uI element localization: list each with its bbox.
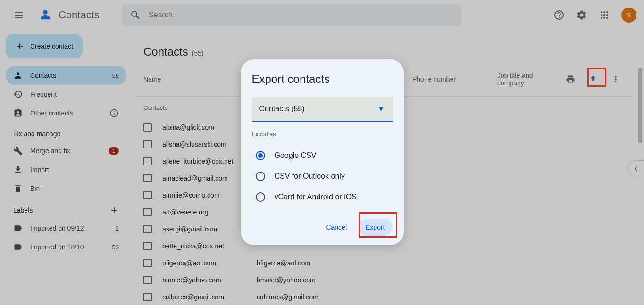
radio-option[interactable]: Google CSV bbox=[252, 145, 393, 166]
dialog-title: Export contacts bbox=[252, 73, 393, 86]
radio-button[interactable] bbox=[256, 151, 265, 160]
dropdown-value: Contacts (55) bbox=[259, 105, 305, 113]
dropdown-arrow-icon: ▼ bbox=[377, 105, 385, 113]
cancel-button[interactable]: Cancel bbox=[318, 219, 354, 236]
radio-option[interactable]: CSV for Outlook only bbox=[252, 166, 393, 187]
radio-label: Google CSV bbox=[275, 151, 317, 160]
radio-button[interactable] bbox=[256, 192, 265, 202]
export-as-label: Export as bbox=[252, 131, 393, 138]
export-confirm-button[interactable]: Export bbox=[358, 219, 392, 236]
radio-label: CSV for Outlook only bbox=[275, 172, 345, 181]
radio-label: vCard for Android or iOS bbox=[275, 193, 357, 201]
radio-option[interactable]: vCard for Android or iOS bbox=[252, 187, 393, 207]
contacts-dropdown[interactable]: Contacts (55) ▼ bbox=[252, 97, 393, 122]
radio-button[interactable] bbox=[256, 172, 265, 181]
export-dialog: Export contacts Contacts (55) ▼ Export a… bbox=[241, 59, 404, 245]
modal-overlay[interactable]: Export contacts Contacts (55) ▼ Export a… bbox=[0, 0, 644, 305]
